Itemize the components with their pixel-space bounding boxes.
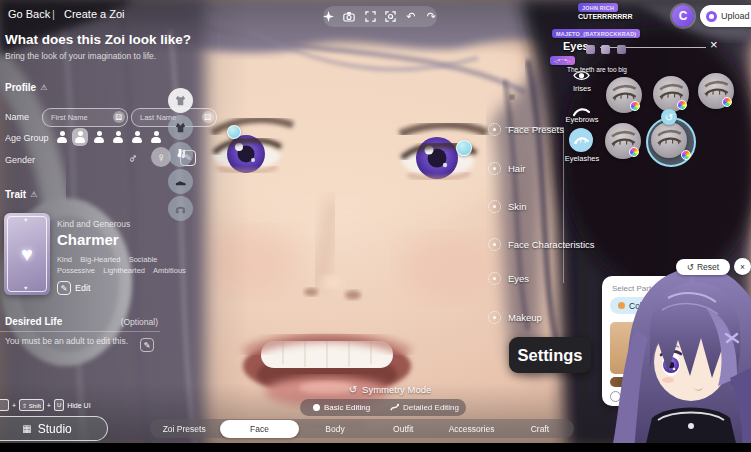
trait-card[interactable]: ♥ ♥ ♥	[4, 213, 50, 295]
tab-craft[interactable]: Craft	[506, 420, 574, 438]
category-label: Eyes	[508, 273, 529, 284]
chat-user-badge: JOHN RICH	[578, 3, 618, 12]
canvas-logo[interactable]: C	[672, 5, 694, 27]
magic-wand-icon[interactable]	[323, 11, 334, 23]
reset-label: Reset	[697, 262, 719, 272]
name-label: Name	[5, 112, 29, 122]
category-skin[interactable]: Skin	[488, 200, 526, 213]
category-face-presets[interactable]: Face Presets	[488, 123, 564, 136]
trait-edit-button[interactable]: ✎ Edit	[57, 281, 91, 295]
color-dot[interactable]	[677, 100, 687, 110]
trait-tags-line1: Kind Big-Hearted Sociable	[57, 255, 157, 264]
upload-label: Upload to Can	[721, 11, 751, 21]
tab-accessories[interactable]: Accessories	[437, 420, 505, 438]
age-group-options	[54, 128, 166, 146]
symmetry-icon: ↺	[349, 384, 357, 395]
randomize-first-name-icon[interactable]: ⚄	[113, 111, 125, 123]
chat-user-badge: ·:*¨¨*:·	[550, 56, 575, 65]
wardrobe-headwear-button[interactable]	[168, 196, 193, 221]
shift-key-hint: ⇧ Shift	[19, 399, 44, 411]
redo-icon[interactable]: ↷	[426, 11, 437, 23]
u-key-hint: U	[54, 399, 64, 411]
dotted-circle-icon	[488, 123, 501, 136]
hide-ui-shortcut: + ⇧ Shift + U Hide UI	[0, 399, 91, 411]
eyebrow-handle-right[interactable]	[456, 140, 472, 156]
category-face-characteristics[interactable]: Face Characteristics	[488, 238, 595, 251]
person-icon	[56, 131, 69, 144]
tab-face-active[interactable]: Face	[220, 420, 299, 438]
wardrobe-outer-button[interactable]	[168, 115, 193, 140]
upload-to-canvas-button[interactable]: Upload to Can	[700, 5, 751, 27]
color-dot[interactable]	[629, 147, 639, 157]
gender-label: Gender	[5, 155, 35, 165]
randomize-last-name-icon[interactable]: ⚄	[202, 111, 214, 123]
category-label: Makeup	[508, 312, 542, 323]
category-hair[interactable]: Hair	[488, 162, 525, 175]
card-deco: ♥	[24, 217, 28, 223]
tab-outfit[interactable]: Outfit	[369, 420, 437, 438]
socks-icon	[174, 148, 187, 161]
wardrobe-socks-button[interactable]	[168, 142, 193, 167]
category-label: Face Characteristics	[508, 239, 595, 250]
basic-editing-icon	[313, 404, 320, 411]
emote-icon	[586, 45, 595, 54]
vtuber-avatar	[598, 258, 751, 452]
profile-label: Profile	[5, 82, 36, 93]
reset-preset-button[interactable]: ↺	[661, 109, 677, 125]
eyes-panel-close-button[interactable]: ×	[710, 38, 718, 51]
age-option-2-selected[interactable]	[72, 128, 88, 146]
person-icon	[74, 131, 87, 144]
dotted-circle-icon	[488, 200, 501, 213]
desired-life-edit-button[interactable]: ✎	[140, 338, 154, 352]
gender-male-button[interactable]: ♂	[128, 152, 138, 165]
eyes-panel-title: Eyes	[563, 40, 589, 52]
basic-editing-button[interactable]: Basic Editing	[300, 399, 383, 416]
symmetry-mode-toggle[interactable]: ↺ Symmetry Mode	[315, 384, 465, 395]
age-option-5[interactable]	[129, 128, 145, 146]
fit-view-icon[interactable]	[364, 11, 375, 23]
wardrobe-top-button[interactable]	[168, 88, 193, 113]
question-subtitle: Bring the look of your imagination to li…	[5, 51, 156, 61]
detailed-editing-button[interactable]: Detailed Editing	[383, 399, 466, 416]
color-dot[interactable]	[681, 150, 691, 160]
studio-button[interactable]: ▦ Studio	[0, 416, 108, 441]
reset-button[interactable]: ↺ Reset	[676, 259, 730, 275]
first-name-field[interactable]: ⚄	[42, 108, 128, 127]
trait-tags-line2: Possessive Lighthearted Ambitious	[57, 266, 186, 275]
tab-body[interactable]: Body	[301, 420, 369, 438]
studio-icon: ▦	[22, 423, 31, 434]
face-focus-icon[interactable]	[385, 11, 396, 23]
tab-zoi-presets[interactable]: Zoi Presets	[150, 420, 218, 438]
reset-icon: ↺	[687, 262, 694, 272]
wardrobe-shoes-button[interactable]	[168, 169, 193, 194]
shoes-icon	[174, 175, 187, 188]
desired-life-label: Desired Life	[5, 316, 62, 327]
panel-close-button[interactable]: ×	[734, 258, 751, 275]
chat-user-badge: MAJETO_(BATXROCKKRAD)	[552, 29, 640, 38]
category-makeup[interactable]: Makeup	[488, 311, 542, 324]
camera-icon[interactable]	[343, 11, 355, 23]
undo-icon[interactable]: ↶	[405, 11, 416, 23]
irises-label: Irises	[559, 84, 605, 93]
letterbox-bar	[0, 443, 751, 452]
symmetry-label: Symmetry Mode	[362, 384, 431, 395]
color-dot[interactable]	[630, 101, 640, 111]
header-divider: |	[52, 8, 55, 20]
trait-card-art: ♥	[7, 216, 47, 292]
eyelashes-button-selected[interactable]	[569, 128, 593, 152]
age-option-4[interactable]	[110, 128, 126, 146]
category-eyes[interactable]: Eyes	[488, 272, 529, 285]
upload-ring-icon	[706, 11, 717, 22]
eyebrow-handle-left[interactable]	[227, 125, 241, 139]
go-back-button[interactable]: Go Back	[8, 8, 50, 20]
category-label: Face Presets	[508, 124, 564, 135]
age-option-1[interactable]	[54, 128, 70, 146]
age-option-6[interactable]	[148, 128, 164, 146]
category-label: Skin	[508, 201, 526, 212]
color-dot[interactable]	[722, 97, 732, 107]
trait-warning-icon: ⚠	[30, 190, 37, 199]
edit-label: Edit	[75, 283, 91, 293]
card-deco: ♥	[24, 285, 28, 291]
age-option-3[interactable]	[91, 128, 107, 146]
question-title: What does this Zoi look like?	[5, 32, 191, 47]
